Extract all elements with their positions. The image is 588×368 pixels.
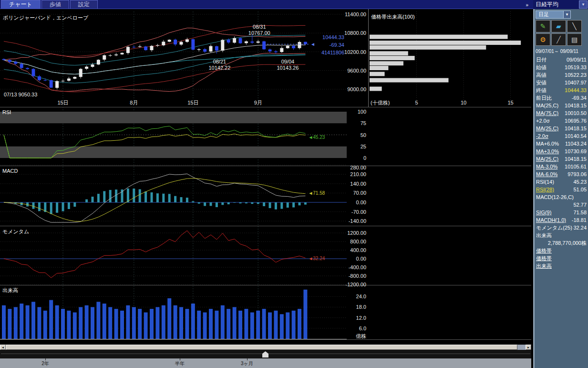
zoom-slider[interactable] — [0, 350, 531, 358]
svg-text:08/21: 08/21 — [213, 59, 227, 64]
indicator-value: -69.34 — [572, 94, 587, 102]
line-icon: ╲ — [572, 22, 576, 30]
indicator-row: MA-3.0%10105.61 — [535, 163, 588, 170]
svg-text:100: 100 — [358, 109, 366, 115]
indicator-label[interactable]: MA(75,C) — [536, 109, 558, 117]
svg-text:MACD: MACD — [2, 168, 18, 174]
svg-text:25: 25 — [361, 144, 366, 149]
indicator-label[interactable]: MA-6.0% — [536, 170, 557, 178]
printer-icon: ▤ — [571, 36, 578, 43]
indicator-row: MA-6.0%9793.06 — [535, 170, 588, 178]
svg-text:10142.22: 10142.22 — [208, 65, 230, 71]
tab-bar: チャート歩値設定» — [0, 0, 533, 9]
indicator-value: 10519.33 — [565, 63, 587, 71]
svg-text:9000.00: 9000.00 — [347, 86, 366, 92]
svg-text:10800.00: 10800.00 — [344, 30, 366, 36]
svg-text:09/04: 09/04 — [281, 59, 295, 64]
timeframe-select[interactable]: 日足 ▼ — [536, 11, 571, 19]
svg-text:モメンタム: モメンタム — [2, 229, 29, 234]
svg-text:15日: 15日 — [57, 100, 68, 105]
chart-area[interactable]: 11400.0010800.0010200.009600.009000.0015… — [0, 9, 531, 345]
svg-text:0.00: 0.00 — [356, 200, 366, 205]
indicator-label: 始値 — [536, 63, 547, 71]
indicator-value: 10140.54 — [565, 132, 587, 140]
indicator-value: 10730.69 — [565, 147, 587, 155]
indicator-row: 出来高 — [535, 262, 588, 270]
indicator-label[interactable]: MA+3.0% — [536, 147, 559, 155]
indicator-value: 10418.15 — [565, 155, 587, 163]
symbol-selector[interactable]: 日経平均 ▼ — [533, 0, 588, 9]
svg-text:10200.00: 10200.00 — [344, 49, 366, 55]
date-range: 09/07/01～ 09/09/11 — [535, 46, 588, 55]
svg-text:-400.00: -400.00 — [349, 264, 366, 270]
indicator-label[interactable]: -2.0σ — [536, 132, 548, 140]
app-window: チャート歩値設定» 日経平均 ▼ 11400.0010800.0010200.0… — [0, 0, 588, 368]
indicator-value: 10522.23 — [565, 71, 587, 79]
symbol-dropdown-arrow-icon[interactable]: ▼ — [579, 0, 588, 9]
zoom-slider-thumb[interactable] — [262, 351, 268, 357]
gear-button[interactable]: ⚙ — [536, 33, 550, 46]
indicator-label[interactable]: RSI(28) — [536, 186, 554, 193]
svg-text:08/31: 08/31 — [253, 24, 266, 30]
indicator-value: 10418.15 — [565, 102, 587, 109]
indicator-label[interactable]: SIG(9) — [536, 209, 551, 216]
tab[interactable]: チャート — [1, 0, 41, 9]
brush-icon: ▰ — [556, 22, 561, 30]
indicator-label: 出来高 — [536, 231, 552, 239]
indicator-label: 前日比 — [536, 94, 552, 102]
indicator-row: 高値10522.23 — [535, 71, 588, 79]
indicator-row: 価格帯 — [535, 247, 588, 254]
timeframe-label: 日足 — [538, 11, 549, 18]
timescale-label[interactable]: 半年 — [175, 360, 185, 367]
indicator-label[interactable]: MA(25,C) — [536, 125, 558, 132]
pencil-button[interactable]: ✎ — [536, 20, 550, 32]
indicator-label[interactable]: 出来高 — [536, 262, 552, 270]
timeframe-dropdown-arrow-icon[interactable]: ▼ — [563, 11, 570, 18]
svg-text:-69.34: -69.34 — [330, 42, 344, 48]
indicator-value: 10695.76 — [565, 117, 587, 125]
printer-button[interactable]: ▤ — [567, 33, 582, 46]
svg-text:8月: 8月 — [130, 100, 138, 105]
svg-text:0.00: 0.00 — [356, 256, 366, 262]
horizontal-scrollbar[interactable]: ◄ ► — [0, 345, 531, 350]
indicator-label[interactable]: MA(25,C) — [536, 155, 558, 163]
indicator-sidebar: 日足 ▼ ✎▰╲⚙╱▤ 09/07/01～ 09/09/11 日付09/09/1… — [533, 9, 588, 368]
tab[interactable]: 歩値 — [41, 0, 69, 9]
svg-text:5: 5 — [415, 100, 418, 105]
indicator-value: 51.05 — [573, 186, 587, 193]
svg-text:140.00: 140.00 — [350, 181, 366, 187]
indicator-label[interactable]: 価格帯 — [536, 247, 552, 254]
svg-text:◄: ◄ — [310, 42, 315, 47]
indicator-row: RSI(14)45.23 — [535, 178, 588, 186]
indicator-row: 終値10444.33 — [535, 86, 588, 94]
svg-text:6.0: 6.0 — [359, 326, 366, 331]
svg-text:07/13 9050.33: 07/13 9050.33 — [4, 92, 37, 97]
indicator-label[interactable]: 価格帯 — [536, 254, 552, 262]
gear-icon: ⚙ — [540, 36, 546, 43]
pencil-icon: ✎ — [540, 22, 546, 30]
scroll-left-button[interactable]: ◄ — [0, 345, 6, 350]
tab[interactable]: 設定 — [70, 0, 98, 9]
svg-text:75: 75 — [361, 120, 366, 126]
timescale-label[interactable]: 2年 — [41, 360, 49, 367]
indicator-label: 終値 — [536, 86, 547, 94]
indicator-label: RSI(14) — [536, 178, 554, 186]
svg-text:10: 10 — [461, 100, 466, 105]
indicator-label[interactable]: MA-3.0% — [536, 163, 557, 170]
overflow-chevron-icon[interactable]: » — [526, 2, 533, 9]
indicator-label: モメンタム(25) — [536, 224, 572, 231]
trendline-button[interactable]: ╱ — [551, 33, 566, 46]
scrollbar-thumb[interactable] — [6, 345, 517, 350]
timescale-label[interactable]: 3ヶ月 — [241, 360, 253, 367]
svg-text:210.00: 210.00 — [350, 171, 366, 177]
indicator-label[interactable]: MACDH(1.0) — [536, 216, 566, 224]
trendline-icon: ╱ — [557, 36, 560, 43]
indicator-value: 11043.24 — [565, 140, 587, 147]
line-button[interactable]: ╲ — [567, 20, 582, 32]
indicator-row: 安値10407.97 — [535, 79, 588, 86]
brush-button[interactable]: ▰ — [551, 20, 566, 32]
scroll-right-button[interactable]: ► — [526, 345, 531, 350]
svg-text:10767.00: 10767.00 — [248, 30, 270, 36]
indicator-row: 前日比-69.34 — [535, 94, 588, 102]
indicator-row: 52.77 — [535, 201, 588, 209]
